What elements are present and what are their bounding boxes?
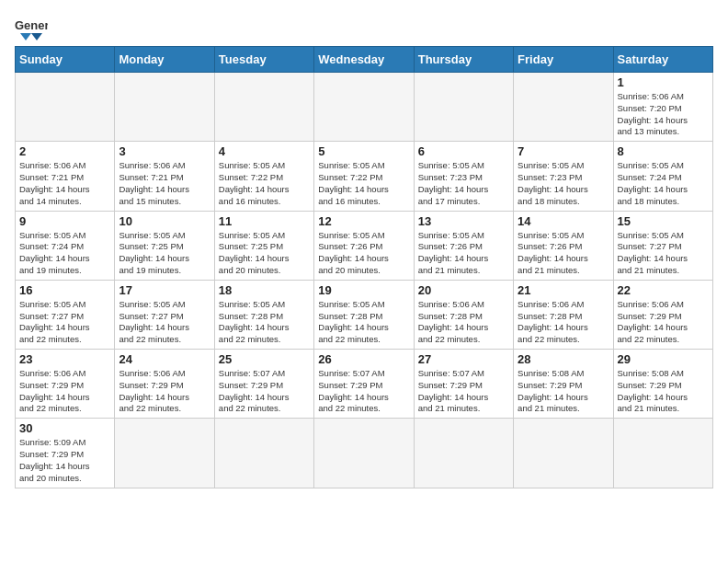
calendar-cell: 17Sunrise: 5:05 AM Sunset: 7:27 PM Dayli… — [115, 280, 214, 349]
day-number: 21 — [518, 283, 609, 297]
day-info: Sunrise: 5:06 AM Sunset: 7:29 PM Dayligh… — [19, 368, 110, 415]
calendar-cell: 3Sunrise: 5:06 AM Sunset: 7:21 PM Daylig… — [115, 142, 214, 211]
calendar-cell: 23Sunrise: 5:06 AM Sunset: 7:29 PM Dayli… — [16, 350, 115, 419]
calendar-cell: 10Sunrise: 5:05 AM Sunset: 7:25 PM Dayli… — [115, 211, 214, 280]
day-number: 1 — [618, 75, 709, 89]
calendar-cell: 20Sunrise: 5:06 AM Sunset: 7:28 PM Dayli… — [414, 280, 513, 349]
calendar-cell: 18Sunrise: 5:05 AM Sunset: 7:28 PM Dayli… — [214, 280, 313, 349]
day-number: 28 — [518, 352, 609, 366]
calendar-cell — [16, 73, 115, 142]
day-number: 23 — [19, 352, 110, 366]
day-info: Sunrise: 5:05 AM Sunset: 7:24 PM Dayligh… — [19, 230, 110, 277]
calendar-cell: 16Sunrise: 5:05 AM Sunset: 7:27 PM Dayli… — [16, 280, 115, 349]
calendar-cell: 12Sunrise: 5:05 AM Sunset: 7:26 PM Dayli… — [314, 211, 414, 280]
calendar-cell: 5Sunrise: 5:05 AM Sunset: 7:22 PM Daylig… — [314, 142, 414, 211]
weekday-header-wednesday: Wednesday — [314, 47, 414, 73]
day-number: 20 — [418, 283, 509, 297]
day-info: Sunrise: 5:07 AM Sunset: 7:29 PM Dayligh… — [219, 368, 310, 415]
calendar-week-row: 30Sunrise: 5:09 AM Sunset: 7:29 PM Dayli… — [16, 419, 713, 488]
day-info: Sunrise: 5:05 AM Sunset: 7:24 PM Dayligh… — [618, 160, 709, 207]
calendar-week-row: 9Sunrise: 5:05 AM Sunset: 7:24 PM Daylig… — [16, 211, 713, 280]
day-number: 11 — [219, 214, 310, 228]
day-number: 19 — [318, 283, 409, 297]
calendar-cell: 24Sunrise: 5:06 AM Sunset: 7:29 PM Dayli… — [115, 350, 214, 419]
day-number: 27 — [418, 352, 509, 366]
calendar-cell: 28Sunrise: 5:08 AM Sunset: 7:29 PM Dayli… — [514, 350, 613, 419]
calendar-cell: 13Sunrise: 5:05 AM Sunset: 7:26 PM Dayli… — [414, 211, 513, 280]
calendar-cell: 22Sunrise: 5:06 AM Sunset: 7:29 PM Dayli… — [613, 280, 712, 349]
day-number: 13 — [418, 214, 509, 228]
calendar-cell — [214, 419, 313, 488]
calendar-cell — [414, 419, 513, 488]
calendar-week-row: 2Sunrise: 5:06 AM Sunset: 7:21 PM Daylig… — [16, 142, 713, 211]
calendar-week-row: 16Sunrise: 5:05 AM Sunset: 7:27 PM Dayli… — [16, 280, 713, 349]
calendar-cell: 9Sunrise: 5:05 AM Sunset: 7:24 PM Daylig… — [16, 211, 115, 280]
day-info: Sunrise: 5:07 AM Sunset: 7:29 PM Dayligh… — [318, 368, 409, 415]
day-info: Sunrise: 5:08 AM Sunset: 7:29 PM Dayligh… — [518, 368, 609, 415]
day-info: Sunrise: 5:05 AM Sunset: 7:27 PM Dayligh… — [119, 299, 210, 346]
calendar-cell: 25Sunrise: 5:07 AM Sunset: 7:29 PM Dayli… — [214, 350, 313, 419]
calendar-cell: 30Sunrise: 5:09 AM Sunset: 7:29 PM Dayli… — [16, 419, 115, 488]
calendar-cell: 14Sunrise: 5:05 AM Sunset: 7:26 PM Dayli… — [514, 211, 613, 280]
header: General — [15, 15, 713, 40]
day-number: 26 — [318, 352, 409, 366]
calendar-cell: 1Sunrise: 5:06 AM Sunset: 7:20 PM Daylig… — [613, 73, 712, 142]
day-info: Sunrise: 5:06 AM Sunset: 7:29 PM Dayligh… — [119, 368, 210, 415]
day-info: Sunrise: 5:05 AM Sunset: 7:28 PM Dayligh… — [219, 299, 310, 346]
day-number: 6 — [418, 144, 509, 158]
svg-marker-2 — [31, 33, 42, 40]
calendar-cell — [414, 73, 513, 142]
calendar-cell — [314, 73, 414, 142]
calendar-cell — [514, 73, 613, 142]
day-info: Sunrise: 5:05 AM Sunset: 7:22 PM Dayligh… — [219, 160, 310, 207]
svg-marker-1 — [20, 33, 31, 40]
weekday-header-tuesday: Tuesday — [214, 47, 313, 73]
calendar-cell — [115, 419, 214, 488]
day-number: 10 — [119, 214, 210, 228]
weekday-header-monday: Monday — [115, 47, 214, 73]
calendar-cell: 8Sunrise: 5:05 AM Sunset: 7:24 PM Daylig… — [613, 142, 712, 211]
weekday-header-sunday: Sunday — [16, 47, 115, 73]
day-info: Sunrise: 5:09 AM Sunset: 7:29 PM Dayligh… — [19, 437, 110, 484]
day-number: 4 — [219, 144, 310, 158]
calendar-cell: 11Sunrise: 5:05 AM Sunset: 7:25 PM Dayli… — [214, 211, 313, 280]
day-number: 7 — [518, 144, 609, 158]
day-info: Sunrise: 5:06 AM Sunset: 7:28 PM Dayligh… — [518, 299, 609, 346]
calendar-cell: 19Sunrise: 5:05 AM Sunset: 7:28 PM Dayli… — [314, 280, 414, 349]
day-number: 16 — [19, 283, 110, 297]
weekday-header-thursday: Thursday — [414, 47, 513, 73]
day-info: Sunrise: 5:05 AM Sunset: 7:22 PM Dayligh… — [318, 160, 409, 207]
day-info: Sunrise: 5:05 AM Sunset: 7:26 PM Dayligh… — [518, 230, 609, 277]
day-number: 14 — [518, 214, 609, 228]
day-number: 15 — [618, 214, 709, 228]
weekday-header-saturday: Saturday — [613, 47, 712, 73]
day-info: Sunrise: 5:05 AM Sunset: 7:26 PM Dayligh… — [318, 230, 409, 277]
day-number: 12 — [318, 214, 409, 228]
weekday-header-row: SundayMondayTuesdayWednesdayThursdayFrid… — [16, 47, 713, 73]
day-number: 30 — [19, 421, 110, 435]
calendar-cell: 29Sunrise: 5:08 AM Sunset: 7:29 PM Dayli… — [613, 350, 712, 419]
day-info: Sunrise: 5:05 AM Sunset: 7:27 PM Dayligh… — [618, 230, 709, 277]
calendar-cell — [613, 419, 712, 488]
day-number: 8 — [618, 144, 709, 158]
day-info: Sunrise: 5:05 AM Sunset: 7:28 PM Dayligh… — [318, 299, 409, 346]
day-number: 5 — [318, 144, 409, 158]
weekday-header-friday: Friday — [514, 47, 613, 73]
day-number: 9 — [19, 214, 110, 228]
calendar-cell — [314, 419, 414, 488]
calendar-cell: 6Sunrise: 5:05 AM Sunset: 7:23 PM Daylig… — [414, 142, 513, 211]
day-info: Sunrise: 5:06 AM Sunset: 7:28 PM Dayligh… — [418, 299, 509, 346]
day-number: 22 — [618, 283, 709, 297]
day-number: 2 — [19, 144, 110, 158]
day-info: Sunrise: 5:07 AM Sunset: 7:29 PM Dayligh… — [418, 368, 509, 415]
day-info: Sunrise: 5:06 AM Sunset: 7:20 PM Dayligh… — [618, 91, 709, 138]
calendar-cell: 7Sunrise: 5:05 AM Sunset: 7:23 PM Daylig… — [514, 142, 613, 211]
calendar-cell — [214, 73, 313, 142]
day-number: 25 — [219, 352, 310, 366]
day-info: Sunrise: 5:05 AM Sunset: 7:25 PM Dayligh… — [219, 230, 310, 277]
day-info: Sunrise: 5:06 AM Sunset: 7:21 PM Dayligh… — [119, 160, 210, 207]
calendar-cell — [115, 73, 214, 142]
day-info: Sunrise: 5:05 AM Sunset: 7:23 PM Dayligh… — [418, 160, 509, 207]
day-info: Sunrise: 5:05 AM Sunset: 7:25 PM Dayligh… — [119, 230, 210, 277]
calendar-week-row: 23Sunrise: 5:06 AM Sunset: 7:29 PM Dayli… — [16, 350, 713, 419]
